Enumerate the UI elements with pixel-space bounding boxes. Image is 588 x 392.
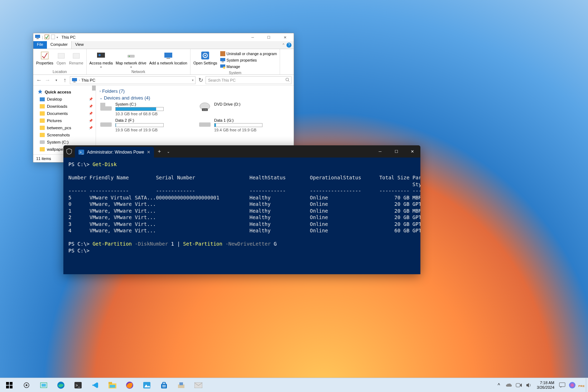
address-bar-row: ← → ▾ ↑ › This PC ▾ ↻ Search This PC bbox=[33, 75, 294, 86]
sidebar[interactable]: Quick access Desktop📌 Downloads📌 Documen… bbox=[33, 86, 96, 154]
svg-rect-38 bbox=[10, 386, 13, 388]
scrollbar-thumb[interactable] bbox=[92, 86, 96, 91]
open-settings-button[interactable]: Open Settings bbox=[193, 50, 217, 65]
maximize-button[interactable]: ☐ bbox=[261, 33, 277, 41]
up-button[interactable]: ↑ bbox=[61, 77, 68, 84]
map-network-drive-button[interactable]: Map network drive ▾ bbox=[116, 50, 146, 69]
taskbar-terminal[interactable]: >_ bbox=[69, 378, 87, 392]
sidebar-quick-access[interactable]: Quick access bbox=[33, 88, 96, 96]
help-icon[interactable]: ? bbox=[286, 43, 291, 48]
pin-icon: 📌 bbox=[89, 119, 93, 122]
svg-marker-25 bbox=[38, 89, 42, 94]
taskbar-vscode[interactable] bbox=[87, 378, 104, 392]
show-desktop-button[interactable] bbox=[586, 378, 588, 392]
minimize-button[interactable]: ─ bbox=[245, 33, 261, 41]
qat-separator: | bbox=[42, 35, 43, 39]
start-button[interactable] bbox=[1, 378, 18, 392]
collapse-ribbon-icon[interactable]: ^ bbox=[283, 43, 284, 47]
new-tab-button[interactable]: ＋ bbox=[154, 145, 165, 158]
svg-rect-21 bbox=[72, 78, 77, 81]
forward-button[interactable]: → bbox=[44, 77, 51, 84]
svg-rect-5 bbox=[58, 53, 64, 58]
pre-badge: PRE bbox=[578, 384, 585, 388]
task-view-button[interactable] bbox=[35, 378, 52, 392]
system-properties-link[interactable]: System properties bbox=[220, 57, 277, 63]
maximize-button[interactable]: ☐ bbox=[388, 145, 404, 158]
uninstall-program-link[interactable]: Uninstall or change a program bbox=[220, 50, 277, 57]
tab-view[interactable]: View bbox=[72, 41, 87, 49]
taskbar-clock[interactable]: 7:18 AM 3/26/2024 bbox=[534, 381, 557, 390]
minimize-button[interactable]: ─ bbox=[372, 145, 388, 158]
explorer-content[interactable]: › Folders (7) ⌄ Devices and drives (4) S… bbox=[96, 86, 294, 154]
svg-rect-11 bbox=[164, 53, 172, 58]
drive-item-data1-g[interactable]: Data 1 (G:) 19.4 GB free of 19.9 GB bbox=[198, 118, 290, 132]
svg-point-8 bbox=[98, 54, 101, 56]
settings-button[interactable] bbox=[18, 378, 35, 392]
sidebar-item-desktop[interactable]: Desktop📌 bbox=[33, 96, 96, 103]
tray-meetnow-icon[interactable] bbox=[514, 378, 524, 392]
svg-rect-16 bbox=[220, 51, 225, 56]
address-bar[interactable]: › This PC ▾ bbox=[70, 76, 196, 84]
tray-volume-icon[interactable] bbox=[524, 378, 534, 392]
tray-onedrive-icon[interactable] bbox=[504, 378, 514, 392]
back-button[interactable]: ← bbox=[35, 77, 43, 84]
access-media-button[interactable]: Access media ▾ bbox=[90, 50, 113, 69]
taskbar-file-explorer[interactable] bbox=[104, 378, 121, 392]
tab-file[interactable]: File bbox=[33, 41, 47, 49]
terminal-tab-powershell[interactable]: >_ Administrator: Windows Powe ✕ bbox=[75, 147, 154, 158]
qat-dropdown-icon[interactable]: ▾ bbox=[57, 36, 58, 39]
folder-icon bbox=[40, 147, 45, 151]
sidebar-item-system-c[interactable]: System (C:) bbox=[33, 139, 96, 146]
drive-item-dvd-d[interactable]: DVD DVD Drive (D:) bbox=[198, 102, 290, 116]
taskbar-firefox[interactable] bbox=[121, 378, 138, 392]
star-icon bbox=[38, 89, 43, 95]
sidebar-item-betweenpcs[interactable]: between_pcs📌 bbox=[33, 124, 96, 131]
tray-overflow-icon[interactable]: ^ bbox=[494, 378, 504, 392]
svg-rect-31 bbox=[100, 122, 112, 127]
sidebar-item-documents[interactable]: Documents📌 bbox=[33, 110, 96, 117]
search-input[interactable]: Search This PC bbox=[206, 76, 291, 84]
window-title: This PC bbox=[62, 35, 76, 39]
explorer-titlebar[interactable]: | ▾ This PC ─ ☐ ✕ bbox=[33, 33, 294, 41]
sidebar-item-pictures[interactable]: Pictures📌 bbox=[33, 117, 96, 124]
taskbar[interactable]: >_ ^ bbox=[0, 378, 588, 392]
taskbar-app-installer[interactable] bbox=[173, 378, 190, 392]
properties-button[interactable]: Properties bbox=[36, 50, 53, 65]
rename-button[interactable]: Rename bbox=[69, 50, 83, 65]
folders-group-header[interactable]: › Folders (7) bbox=[100, 88, 290, 94]
tray-insider-icon[interactable] bbox=[567, 378, 577, 392]
taskbar-store[interactable] bbox=[155, 378, 173, 392]
svg-rect-18 bbox=[222, 62, 224, 62]
windows-terminal-window: >_ Administrator: Windows Powe ✕ ＋ ⌄ ─ ☐… bbox=[63, 145, 420, 274]
tab-dropdown-icon[interactable]: ⌄ bbox=[165, 145, 172, 158]
manage-link[interactable]: Manage bbox=[220, 63, 277, 70]
sidebar-item-downloads[interactable]: Downloads📌 bbox=[33, 103, 96, 110]
drives-group-header[interactable]: ⌄ Devices and drives (4) bbox=[100, 95, 290, 101]
recent-locations-chevron[interactable]: ▾ bbox=[53, 77, 60, 84]
taskbar-mail[interactable] bbox=[190, 378, 207, 392]
action-center-button[interactable] bbox=[557, 382, 567, 388]
tab-computer[interactable]: Computer bbox=[47, 41, 72, 49]
file-explorer-window: | ▾ This PC ─ ☐ ✕ File Computer View ^ ? bbox=[33, 33, 294, 163]
svg-rect-9 bbox=[127, 55, 135, 58]
tab-close-icon[interactable]: ✕ bbox=[147, 150, 150, 155]
drive-item-data2-f[interactable]: Data 2 (F:) 19.9 GB free of 19.9 GB bbox=[100, 118, 191, 132]
refresh-button[interactable]: ↻ bbox=[197, 77, 204, 84]
taskbar-photos[interactable] bbox=[138, 378, 155, 392]
drive-icon bbox=[198, 118, 211, 128]
sidebar-item-screenshots[interactable]: Screenshots bbox=[33, 131, 96, 139]
monitor-icon bbox=[220, 58, 225, 63]
terminal-tabbar[interactable]: >_ Administrator: Windows Powe ✕ ＋ ⌄ ─ ☐… bbox=[63, 145, 420, 158]
add-network-location-button[interactable]: Add a network location bbox=[149, 50, 187, 65]
terminal-output[interactable]: PS C:\> Get-Disk Number Friendly Name Se… bbox=[63, 158, 420, 274]
svg-rect-36 bbox=[10, 382, 13, 385]
drive-item-system-c[interactable]: System (C:) 10.3 GB free of 68.8 GB bbox=[100, 102, 191, 116]
close-button[interactable]: ✕ bbox=[404, 145, 420, 158]
close-button[interactable]: ✕ bbox=[277, 33, 293, 41]
svg-text:>_: >_ bbox=[76, 383, 80, 387]
open-button[interactable]: Open bbox=[56, 50, 66, 65]
properties-icon[interactable] bbox=[44, 34, 49, 40]
qat-blank-icon[interactable] bbox=[51, 34, 55, 40]
taskbar-edge[interactable] bbox=[52, 378, 69, 392]
pin-icon: 📌 bbox=[89, 97, 93, 101]
